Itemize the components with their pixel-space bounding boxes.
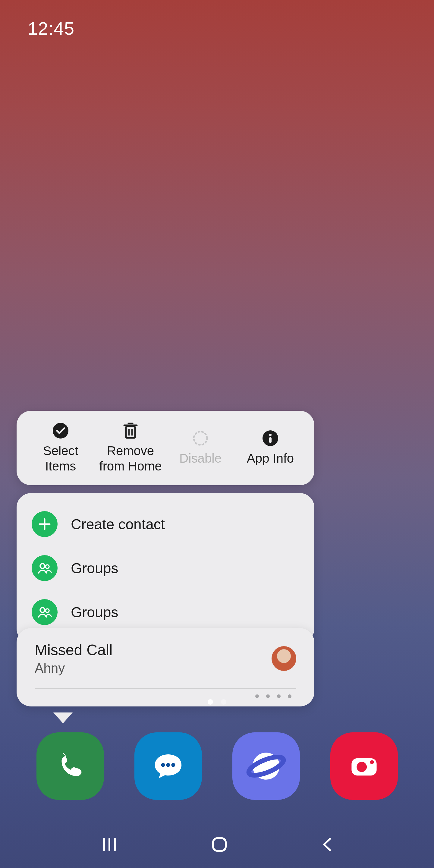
context-action-menu: Select Items Remove from Home Disable Ap… [17, 411, 314, 485]
svg-point-14 [40, 608, 45, 613]
svg-point-12 [40, 564, 45, 568]
svg-point-17 [166, 763, 170, 767]
browser-app-icon[interactable] [232, 733, 300, 800]
context-shortcuts-menu: Create contact Groups Groups [17, 493, 314, 643]
context-notification-card[interactable]: Missed Call Ahny [17, 628, 314, 707]
create-contact-shortcut[interactable]: Create contact [32, 502, 299, 546]
svg-point-15 [45, 609, 49, 613]
page-dot-active [208, 699, 213, 705]
status-time: 12:45 [28, 18, 74, 39]
check-circle-icon [52, 422, 69, 439]
camera-app-icon[interactable] [330, 733, 398, 800]
info-circle-icon [262, 430, 279, 447]
action-label: Remove from Home [99, 443, 162, 474]
notification-subtitle: Ahny [35, 661, 113, 676]
shortcut-label: Groups [71, 560, 118, 577]
svg-rect-1 [126, 427, 135, 438]
notification-page-dots [35, 694, 296, 698]
divider [35, 688, 296, 689]
groups-shortcut[interactable]: Groups [32, 546, 299, 590]
groups-shortcut[interactable]: Groups [32, 590, 299, 634]
disable-button: Disable [165, 430, 236, 466]
home-page-indicator[interactable] [0, 699, 434, 705]
action-label: Disable [179, 451, 221, 466]
people-icon [32, 555, 58, 581]
action-label: App Info [247, 451, 294, 466]
app-info-button[interactable]: App Info [236, 430, 305, 466]
dotted-circle-icon [192, 430, 209, 447]
notification-title: Missed Call [35, 641, 113, 659]
svg-point-22 [356, 762, 367, 772]
shortcut-label: Create contact [71, 516, 165, 532]
dock [0, 733, 434, 800]
svg-point-13 [45, 565, 49, 568]
home-screen: 12:45 Select Items Remove from Home Disa… [0, 0, 434, 868]
navigation-bar [0, 830, 434, 860]
svg-point-16 [161, 763, 165, 767]
svg-point-23 [370, 761, 374, 764]
remove-from-home-button[interactable]: Remove from Home [96, 422, 165, 474]
recents-button[interactable] [101, 837, 118, 853]
svg-rect-9 [269, 437, 272, 443]
svg-point-18 [171, 763, 175, 767]
plus-icon [32, 511, 58, 537]
messages-app-icon[interactable] [134, 733, 202, 800]
select-items-button[interactable]: Select Items [26, 422, 96, 474]
people-icon [32, 599, 58, 625]
home-button[interactable] [211, 836, 227, 854]
page-dot [221, 699, 226, 705]
svg-rect-27 [213, 838, 226, 851]
trash-icon [122, 422, 139, 439]
svg-point-6 [194, 432, 207, 445]
action-label: Select Items [43, 443, 79, 474]
shortcut-label: Groups [71, 604, 118, 621]
popup-arrow [53, 712, 73, 723]
svg-point-8 [269, 434, 272, 436]
back-button[interactable] [321, 836, 333, 854]
phone-app-icon[interactable] [36, 733, 104, 800]
avatar [272, 646, 296, 671]
